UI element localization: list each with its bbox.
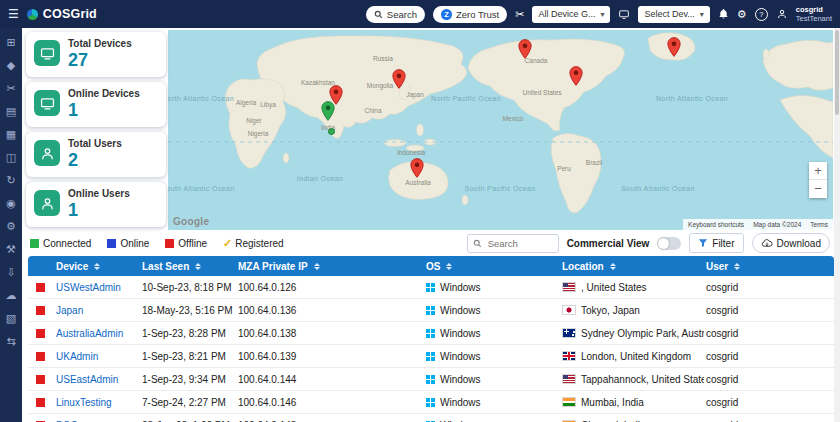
- offline-map-pin[interactable]: [392, 69, 406, 89]
- scissors-icon[interactable]: ✂: [6, 83, 15, 94]
- filter-button[interactable]: Filter: [689, 233, 743, 253]
- offline-map-pin[interactable]: [569, 66, 583, 86]
- location-cell: London, United Kingdom: [560, 351, 704, 362]
- device-name-cell[interactable]: UKAdmin: [54, 351, 140, 362]
- tenant-info[interactable]: cosgrid TestTenant: [796, 5, 832, 24]
- building-icon[interactable]: ▦: [6, 129, 16, 140]
- status-cell: [28, 306, 54, 315]
- tools-icon[interactable]: ⚒: [6, 244, 16, 255]
- table-search-box[interactable]: [467, 234, 559, 253]
- settings-icon[interactable]: ⚙: [6, 221, 16, 232]
- column-header-last-seen[interactable]: Last Seen: [140, 261, 236, 272]
- stat-value: 1: [68, 200, 130, 221]
- location-cell: Tappahannock, United States: [560, 374, 704, 385]
- dashboard-icon[interactable]: ⊞: [6, 37, 15, 48]
- table-row[interactable]: Japan18-May-23, 5:16 PM100.64.0.136Windo…: [28, 299, 834, 322]
- status-cell: [28, 398, 54, 407]
- table-row[interactable]: AustraliaAdmin1-Sep-23, 8:28 PM100.64.0.…: [28, 322, 834, 345]
- stat-text: Total Users2: [68, 138, 122, 171]
- windows-logo-icon: [426, 306, 435, 315]
- os-cell: Windows: [424, 374, 560, 385]
- offline-map-pin[interactable]: [410, 158, 424, 178]
- table-row[interactable]: POC23-Jun-23, 1:02 PM100.64.0.148Windows…: [28, 414, 834, 422]
- status-legend: ConnectedOnlineOffline✓Registered: [30, 237, 284, 250]
- status-cell: [28, 329, 54, 338]
- check-icon: ✓: [223, 237, 232, 250]
- commercial-view-toggle[interactable]: [657, 237, 681, 250]
- sort-icon[interactable]: [94, 263, 100, 270]
- page-scrollbar[interactable]: [834, 28, 840, 422]
- zero-trust-menu[interactable]: Z Zero Trust: [433, 6, 507, 23]
- filter-label: Filter: [712, 238, 734, 249]
- column-header-os[interactable]: OS: [424, 261, 560, 272]
- us-flag-icon: [562, 282, 576, 292]
- shield-icon[interactable]: ◆: [7, 60, 15, 71]
- device-monitor-icon[interactable]: [618, 9, 630, 20]
- status-cell: [28, 352, 54, 361]
- commercial-view-label: Commercial View: [567, 238, 650, 249]
- devices-icon[interactable]: ▤: [6, 106, 16, 117]
- device-name-cell[interactable]: LinuxTesting: [54, 397, 140, 408]
- briefcase-icon[interactable]: ◫: [6, 152, 16, 163]
- menu-icon[interactable]: ☰: [8, 7, 19, 21]
- location-text: , United States: [581, 282, 647, 293]
- column-header-mza-private-ip[interactable]: MZA Private IP: [236, 261, 424, 272]
- stat-text: Online Devices1: [68, 88, 140, 121]
- user-profile-icon[interactable]: [776, 8, 788, 20]
- global-search-button[interactable]: Search: [366, 6, 425, 23]
- offline-status-icon: [36, 306, 45, 315]
- table-row[interactable]: USWestAdmin10-Sep-23, 8:18 PM100.64.0.12…: [28, 276, 834, 299]
- table-row[interactable]: UKAdmin1-Sep-23, 8:21 PM100.64.0.139Wind…: [28, 345, 834, 368]
- offline-map-pin[interactable]: [329, 85, 343, 105]
- connected-cluster-dot[interactable]: [328, 128, 335, 135]
- column-label: Device: [56, 261, 88, 272]
- zoom-out-button[interactable]: −: [809, 180, 827, 198]
- stat-label: Online Devices: [68, 88, 140, 99]
- legend-label: Online: [120, 238, 149, 249]
- brand-logo[interactable]: COSGrid: [27, 7, 97, 21]
- device-group-select[interactable]: All Device G... ▾: [532, 6, 610, 23]
- user-cell: cosgrid: [704, 374, 834, 385]
- sort-icon[interactable]: [446, 263, 452, 270]
- scrollbar-thumb[interactable]: [835, 30, 839, 115]
- column-header-location[interactable]: Location: [560, 261, 704, 272]
- clip-tunnel-icon[interactable]: ✂: [515, 9, 524, 20]
- device-name-cell[interactable]: AustraliaAdmin: [54, 328, 140, 339]
- layers-icon[interactable]: ▧: [6, 313, 16, 324]
- keyboard-shortcuts-link[interactable]: Keyboard shortcuts: [688, 221, 744, 228]
- legend-label: Connected: [43, 238, 91, 249]
- column-header-device[interactable]: Device: [54, 261, 140, 272]
- world-map[interactable]: RussiaKazakhstanMongoliaChinaIndiaJapanI…: [168, 30, 833, 230]
- terms-link[interactable]: Terms: [810, 221, 828, 228]
- device-select[interactable]: Select Dev... ▾: [638, 6, 709, 23]
- offline-map-pin[interactable]: [667, 37, 681, 57]
- table-row[interactable]: LinuxTesting7-Sep-24, 2:27 PM100.64.0.14…: [28, 391, 834, 414]
- zoom-in-button[interactable]: +: [809, 162, 827, 180]
- sort-icon[interactable]: [610, 263, 616, 270]
- topbar: ☰ COSGrid Search Z Zero Trust ✂ All Devi…: [0, 0, 840, 28]
- cloud-icon[interactable]: ☁: [6, 290, 17, 301]
- offline-status-icon: [36, 398, 45, 407]
- location-cell: Tokyo, Japan: [560, 305, 704, 316]
- notifications-bell-icon[interactable]: [718, 8, 729, 20]
- download-button[interactable]: Download: [752, 233, 830, 253]
- device-select-value: Select Dev...: [644, 9, 694, 19]
- help-icon[interactable]: ?: [755, 8, 768, 21]
- globe-icon[interactable]: ◉: [6, 198, 16, 209]
- sort-icon[interactable]: [734, 263, 740, 270]
- download-icon[interactable]: ⇩: [6, 267, 15, 278]
- settings-gear-icon[interactable]: ⚙: [737, 9, 747, 20]
- os-name: Windows: [440, 351, 481, 362]
- sort-icon[interactable]: [195, 263, 201, 270]
- sync-icon[interactable]: ↻: [6, 175, 15, 186]
- device-name-cell[interactable]: USWestAdmin: [54, 282, 140, 293]
- sort-icon[interactable]: [314, 263, 320, 270]
- table-row[interactable]: USEastAdmin1-Sep-23, 9:34 PM100.64.0.144…: [28, 368, 834, 391]
- device-name-cell[interactable]: Japan: [54, 305, 140, 316]
- column-header-user[interactable]: User: [704, 261, 834, 272]
- offline-map-pin[interactable]: [518, 39, 532, 59]
- device-name-cell[interactable]: USEastAdmin: [54, 374, 140, 385]
- analytics-icon[interactable]: ⇆: [6, 336, 15, 347]
- private-ip-cell: 100.64.0.146: [236, 397, 424, 408]
- table-search-input[interactable]: [486, 237, 553, 250]
